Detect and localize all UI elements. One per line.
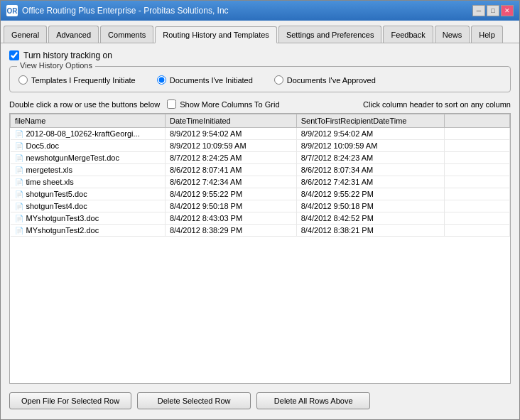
cell-filename: 📄MYshotgunTest2.doc (11, 225, 166, 237)
tab-advanced[interactable]: Advanced (48, 26, 99, 43)
cell-extra (444, 164, 509, 176)
cell-sentto: 8/4/2012 9:55:22 PM (296, 188, 444, 200)
instruction-right: Click column header to sort on any colum… (287, 100, 511, 109)
history-tracking-checkbox[interactable] (9, 50, 19, 60)
cell-extra (444, 128, 509, 140)
cell-datetime: 8/4/2012 9:50:18 PM (165, 200, 296, 212)
cell-extra (444, 200, 509, 212)
window-controls: ─ □ ✕ (472, 5, 514, 16)
tab-bar: General Advanced Comments Routing Histor… (1, 21, 519, 43)
delete-all-button[interactable]: Delete All Rows Above (256, 392, 370, 409)
cell-filename: 📄2012-08-08_10262-kraftGeorgi... (11, 128, 166, 140)
cell-extra (444, 176, 509, 188)
cell-extra (444, 225, 509, 237)
file-icon: 📄 (15, 227, 23, 235)
cell-datetime: 8/9/2012 10:09:59 AM (165, 140, 296, 152)
file-icon: 📄 (15, 215, 23, 222)
file-icon: 📄 (15, 178, 23, 186)
tab-help[interactable]: Help (471, 26, 503, 43)
table-row[interactable]: 📄time sheet.xls8/6/2012 7:42:34 AM8/6/20… (11, 176, 510, 188)
window-title: Office Routing Plus Enterprise - Probita… (22, 6, 229, 16)
instruction-left: Double click a row or use the buttons be… (9, 100, 160, 109)
file-icon: 📄 (15, 130, 23, 138)
radio-templates-label: Templates I Frequently Initiate (31, 76, 136, 85)
cell-filename: 📄MYshotgunTest3.doc (11, 212, 166, 225)
cell-sentto: 8/4/2012 9:50:18 PM (296, 200, 444, 212)
table-row[interactable]: 📄shotgunTest4.doc8/4/2012 9:50:18 PM8/4/… (11, 200, 510, 212)
show-more-container: Show More Columns To Grid (167, 99, 279, 109)
table-row[interactable]: 📄mergetest.xls8/6/2012 8:07:41 AM8/6/201… (11, 164, 510, 176)
file-icon: 📄 (15, 154, 23, 162)
radio-approved-label: Documents I've Approved (287, 76, 376, 85)
table-row[interactable]: 📄MYshotgunTest2.doc8/4/2012 8:38:29 PM8/… (11, 225, 510, 237)
title-bar: OR Office Routing Plus Enterprise - Prob… (1, 1, 519, 21)
instruction-row: Double click a row or use the buttons be… (9, 99, 511, 109)
radio-initiated-label: Documents I've Initiated (170, 76, 253, 85)
file-icon: 📄 (15, 142, 23, 150)
radio-options-row: Templates I Frequently Initiate Document… (18, 72, 502, 85)
cell-extra (444, 140, 509, 152)
radio-initiated: Documents I've Initiated (157, 75, 253, 85)
history-table-container[interactable]: fileName DateTimeInitiated SentToFirstRe… (9, 113, 511, 384)
table-row[interactable]: 📄MYshotgunTest3.doc8/4/2012 8:43:03 PM8/… (11, 212, 510, 225)
cell-datetime: 8/4/2012 8:38:29 PM (165, 225, 296, 237)
minimize-button[interactable]: ─ (472, 5, 485, 16)
cell-sentto: 8/9/2012 10:09:59 AM (296, 140, 444, 152)
history-table: fileName DateTimeInitiated SentToFirstRe… (10, 114, 510, 237)
radio-approved: Documents I've Approved (274, 75, 376, 85)
show-more-checkbox[interactable] (167, 99, 176, 109)
tab-feedback[interactable]: Feedback (383, 26, 433, 43)
cell-filename: 📄shotgunTest5.doc (11, 188, 166, 200)
group-title: View History Options (17, 61, 95, 70)
close-button[interactable]: ✕ (501, 5, 514, 16)
tab-settings[interactable]: Settings and Preferences (278, 26, 382, 43)
radio-approved-input[interactable] (274, 75, 283, 85)
cell-extra (444, 188, 509, 200)
radio-initiated-input[interactable] (157, 75, 166, 85)
table-row[interactable]: 📄2012-08-08_10262-kraftGeorgi...8/9/2012… (11, 128, 510, 140)
cell-sentto: 8/6/2012 7:42:31 AM (296, 176, 444, 188)
radio-templates-input[interactable] (18, 75, 28, 85)
file-icon: 📄 (15, 166, 23, 174)
cell-sentto: 8/4/2012 8:38:21 PM (296, 225, 444, 237)
maximize-button[interactable]: □ (487, 5, 499, 16)
cell-datetime: 8/7/2012 8:24:25 AM (165, 152, 296, 164)
cell-datetime: 8/9/2012 9:54:02 AM (165, 128, 296, 140)
tab-news[interactable]: News (435, 26, 470, 43)
cell-sentto: 8/7/2012 8:24:23 AM (296, 152, 444, 164)
main-window: OR Office Routing Plus Enterprise - Prob… (0, 0, 520, 420)
delete-row-button[interactable]: Delete Selected Row (137, 392, 251, 409)
cell-sentto: 8/6/2012 8:07:34 AM (296, 164, 444, 176)
cell-extra (444, 212, 509, 225)
radio-templates: Templates I Frequently Initiate (18, 75, 136, 85)
cell-filename: 📄Doc5.doc (11, 140, 166, 152)
tab-routing[interactable]: Routing History and Templates (155, 26, 277, 43)
view-history-group: View History Options Templates I Frequen… (9, 66, 511, 92)
cell-sentto: 8/9/2012 9:54:02 AM (296, 128, 444, 140)
table-row[interactable]: 📄Doc5.doc8/9/2012 10:09:59 AM8/9/2012 10… (11, 140, 510, 152)
tab-comments[interactable]: Comments (100, 26, 153, 43)
col-datetime[interactable]: DateTimeInitiated (165, 114, 296, 128)
main-content: Turn history tracking on View History Op… (1, 43, 519, 419)
action-buttons: Open File For Selected Row Delete Select… (9, 389, 511, 412)
cell-sentto: 8/4/2012 8:42:52 PM (296, 212, 444, 225)
col-filename[interactable]: fileName (11, 114, 166, 128)
cell-datetime: 8/4/2012 9:55:22 PM (165, 188, 296, 200)
app-icon: OR (6, 5, 18, 16)
col-sentto[interactable]: SentToFirstRecipientDateTime (296, 114, 444, 128)
cell-filename: 📄mergetest.xls (11, 164, 166, 176)
show-more-label: Show More Columns To Grid (180, 100, 279, 109)
cell-datetime: 8/6/2012 7:42:34 AM (165, 176, 296, 188)
file-icon: 📄 (15, 190, 23, 198)
cell-filename: 📄shotgunTest4.doc (11, 200, 166, 212)
history-tracking-label: Turn history tracking on (23, 50, 112, 60)
col-extra[interactable] (444, 114, 509, 128)
title-bar-left: OR Office Routing Plus Enterprise - Prob… (6, 5, 229, 16)
cell-extra (444, 152, 509, 164)
cell-filename: 📄time sheet.xls (11, 176, 166, 188)
history-tracking-row: Turn history tracking on (9, 50, 511, 60)
open-file-button[interactable]: Open File For Selected Row (9, 392, 131, 409)
table-row[interactable]: 📄shotgunTest5.doc8/4/2012 9:55:22 PM8/4/… (11, 188, 510, 200)
tab-general[interactable]: General (4, 26, 47, 43)
table-row[interactable]: 📄newshotgunMergeTest.doc8/7/2012 8:24:25… (11, 152, 510, 164)
